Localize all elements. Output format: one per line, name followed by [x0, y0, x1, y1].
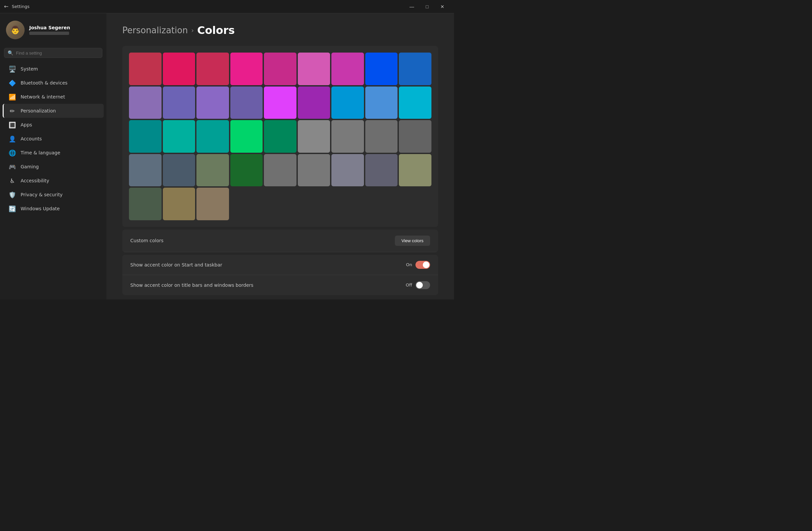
color-swatch-1-4[interactable] [264, 86, 296, 119]
color-swatch-0-5[interactable] [298, 53, 330, 85]
nav-icon-personalization: ✏️ [9, 107, 16, 114]
sidebar-item-system[interactable]: 🖥️ System [3, 62, 104, 76]
back-icon[interactable]: ← [4, 3, 8, 10]
color-swatch-2-0[interactable] [129, 120, 161, 153]
color-swatch-0-6[interactable] [331, 53, 364, 85]
nav-label-apps: Apps [20, 122, 32, 127]
close-button[interactable]: ✕ [435, 0, 450, 13]
color-swatch-3-2[interactable] [197, 154, 229, 187]
toggle-row-title-bars: Show accent color on title bars and wind… [122, 275, 438, 295]
color-swatch-4-1[interactable] [163, 188, 195, 220]
app-layout: 👨 Joshua Segeren 🔍 🖥️ System 🔷 Bluetooth… [0, 13, 454, 299]
color-swatch-2-6[interactable] [331, 120, 364, 153]
color-swatch-2-7[interactable] [365, 120, 398, 153]
nav-label-accessibility: Accessibility [20, 178, 49, 183]
toggle-right-2: Off [406, 281, 430, 289]
color-swatch-1-0[interactable] [129, 86, 161, 119]
nav-icon-accessibility: ♿ [9, 177, 16, 184]
color-swatch-0-2[interactable] [197, 53, 229, 85]
search-box[interactable]: 🔍 [4, 48, 102, 58]
nav-label-time: Time & language [20, 150, 60, 155]
color-swatch-0-8[interactable] [399, 53, 432, 85]
nav-icon-windows-update: 🔄 [9, 205, 16, 212]
color-swatch-1-6[interactable] [331, 86, 364, 119]
color-swatch-1-3[interactable] [230, 86, 263, 119]
toggle-thumb [423, 262, 430, 268]
sidebar: 👨 Joshua Segeren 🔍 🖥️ System 🔷 Bluetooth… [0, 13, 106, 299]
minimize-button[interactable]: — [404, 0, 419, 13]
nav-label-accounts: Accounts [20, 136, 42, 141]
user-subtitle [29, 32, 69, 35]
toggle-start-taskbar-label: Show accent color on Start and taskbar [130, 262, 222, 267]
nav-label-bluetooth: Bluetooth & devices [20, 80, 68, 85]
search-input[interactable] [16, 51, 99, 56]
color-swatch-3-1[interactable] [163, 154, 195, 187]
color-swatch-4-2[interactable] [197, 188, 229, 220]
nav-label-system: System [20, 66, 38, 71]
custom-colors-label: Custom colors [130, 238, 163, 243]
sidebar-item-personalization[interactable]: ✏️ Personalization [3, 104, 104, 118]
sidebar-item-privacy[interactable]: 🛡️ Privacy & security [3, 188, 104, 201]
nav-icon-bluetooth: 🔷 [9, 79, 16, 86]
color-swatch-1-8[interactable] [399, 86, 432, 119]
color-swatch-2-8[interactable] [399, 120, 432, 153]
maximize-button[interactable]: □ [419, 0, 435, 13]
sidebar-item-apps[interactable]: 🔳 Apps [3, 118, 104, 132]
toggle-row-start-taskbar: Show accent color on Start and taskbar O… [122, 255, 438, 275]
sidebar-item-time[interactable]: 🌐 Time & language [3, 146, 104, 160]
color-swatch-3-5[interactable] [298, 154, 330, 187]
color-swatch-2-4[interactable] [264, 120, 296, 153]
view-colors-button[interactable]: View colors [395, 236, 430, 246]
nav-icon-apps: 🔳 [9, 121, 16, 128]
user-info: Joshua Segeren [29, 25, 70, 35]
color-swatch-4-0[interactable] [129, 188, 161, 220]
breadcrumb-parent[interactable]: Personalization [122, 25, 188, 35]
toggle-start-taskbar[interactable] [416, 261, 430, 269]
color-swatch-3-4[interactable] [264, 154, 296, 187]
sidebar-item-network[interactable]: 📶 Network & internet [3, 90, 104, 104]
color-swatch-0-4[interactable] [264, 53, 296, 85]
breadcrumb-current: Colors [197, 24, 235, 37]
sidebar-item-windows-update[interactable]: 🔄 Windows Update [3, 201, 104, 215]
color-swatch-2-2[interactable] [197, 120, 229, 153]
toggle-right: On [406, 261, 430, 269]
sidebar-item-accessibility[interactable]: ♿ Accessibility [3, 174, 104, 188]
title-bar: ← Settings — □ ✕ [0, 0, 454, 13]
breadcrumb: Personalization › Colors [122, 24, 438, 37]
color-swatch-1-1[interactable] [163, 86, 195, 119]
sidebar-item-accounts[interactable]: 👤 Accounts [3, 132, 104, 146]
color-swatch-3-8[interactable] [399, 154, 432, 187]
settings-section: Custom colors View colors [122, 229, 438, 252]
avatar: 👨 [6, 20, 25, 39]
color-swatch-3-3[interactable] [230, 154, 263, 187]
color-swatch-1-7[interactable] [365, 86, 398, 119]
color-swatch-2-3[interactable] [230, 120, 263, 153]
nav-icon-privacy: 🛡️ [9, 191, 16, 198]
color-swatch-1-5[interactable] [298, 86, 330, 119]
color-swatch-0-0[interactable] [129, 53, 161, 85]
color-grid [129, 53, 432, 220]
nav-label-personalization: Personalization [20, 108, 56, 113]
color-swatch-2-5[interactable] [298, 120, 330, 153]
sidebar-item-bluetooth[interactable]: 🔷 Bluetooth & devices [3, 76, 104, 90]
toggle-thumb-2 [416, 282, 423, 289]
toggle-title-bars[interactable] [416, 281, 430, 289]
title-bar-left: ← Settings [4, 3, 30, 10]
user-name: Joshua Segeren [29, 25, 70, 30]
color-swatch-2-1[interactable] [163, 120, 195, 153]
title-bar-controls: — □ ✕ [404, 0, 450, 13]
color-swatch-0-1[interactable] [163, 53, 195, 85]
color-swatch-0-3[interactable] [230, 53, 263, 85]
nav-label-network: Network & internet [20, 94, 65, 99]
toggles-section: Show accent color on Start and taskbar O… [122, 255, 438, 295]
color-swatch-3-0[interactable] [129, 154, 161, 187]
color-swatch-3-6[interactable] [331, 154, 364, 187]
color-swatch-3-7[interactable] [365, 154, 398, 187]
nav-icon-time: 🌐 [9, 149, 16, 156]
nav-icon-system: 🖥️ [9, 65, 16, 72]
sidebar-item-gaming[interactable]: 🎮 Gaming [3, 160, 104, 174]
color-swatch-0-7[interactable] [365, 53, 398, 85]
color-swatch-1-2[interactable] [197, 86, 229, 119]
user-section: 👨 Joshua Segeren [0, 17, 106, 45]
custom-colors-row: Custom colors View colors [122, 229, 438, 252]
